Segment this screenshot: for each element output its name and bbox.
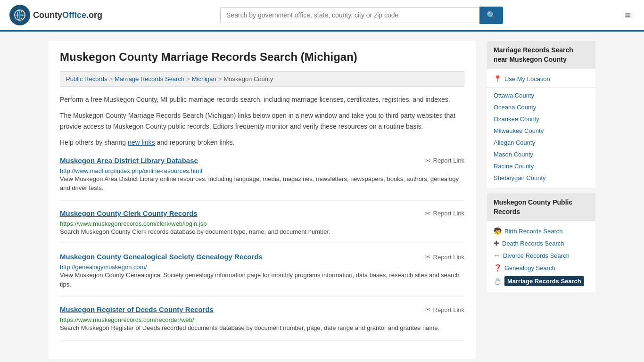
report-label: Report Link — [433, 306, 464, 313]
report-label: Report Link — [433, 210, 464, 217]
search-button[interactable]: 🔍 — [479, 7, 503, 24]
sidebar-public-records-section: Muskegon County Public Records 🧒Birth Re… — [487, 193, 595, 292]
record-url[interactable]: https://www.muskegonrecords.com/recorder… — [60, 316, 194, 323]
record-title[interactable]: Muskegon Area District Library Database — [60, 156, 198, 165]
breadcrumb-sep-2: > — [186, 75, 190, 82]
header: CountyOffice.org 🔍 ≡ — [0, 0, 644, 32]
record-title[interactable]: Muskegon County Genealogical Society Gen… — [60, 253, 263, 261]
record-url[interactable]: https://www.muskegonrecords.com/clerk/we… — [60, 220, 206, 227]
public-record-icon: ❓ — [494, 264, 502, 272]
record-item: Muskegon County Clerk County Records ✂ R… — [60, 209, 464, 245]
public-record-icon: 🧒 — [494, 227, 502, 235]
nearby-county-item[interactable]: Oceana County — [487, 101, 595, 113]
new-links-link[interactable]: new links — [128, 139, 155, 146]
nearby-county-link[interactable]: Sheboygan County — [494, 174, 546, 181]
report-link[interactable]: ✂ Report Link — [425, 253, 464, 261]
record-title[interactable]: Muskegon County Clerk County Records — [60, 209, 198, 217]
nearby-county-link[interactable]: Milwaukee County — [494, 127, 544, 134]
sidebar-public-records-list: 🧒Birth Records Search✚Death Records Sear… — [487, 221, 595, 292]
nearby-county-item[interactable]: Milwaukee County — [487, 125, 595, 137]
nearby-county-item[interactable]: Ottawa County — [487, 90, 595, 101]
sidebar: Marriage Records Search near Muskegon Co… — [487, 41, 595, 359]
nearby-county-item[interactable]: Allegan County — [487, 137, 595, 148]
use-location-link[interactable]: Use My Location — [504, 75, 550, 82]
nearby-county-item[interactable]: Ozaukee County — [487, 113, 595, 125]
logo-area: CountyOffice.org — [9, 5, 102, 25]
breadcrumb: Public Records > Marriage Records Search… — [60, 71, 464, 87]
use-location-item[interactable]: 📍Use My Location — [487, 73, 595, 88]
content-area: Muskegon County Marriage Records Search … — [49, 41, 476, 359]
record-item: Muskegon Area District Library Database … — [60, 156, 464, 201]
report-icon: ✂ — [425, 209, 431, 218]
nearby-county-link[interactable]: Oceana County — [494, 104, 536, 111]
nearby-county-link[interactable]: Racine County — [494, 163, 534, 170]
logo-text: CountyOffice.org — [33, 10, 102, 20]
sidebar-public-records-title: Muskegon County Public Records — [487, 193, 595, 221]
report-label: Report Link — [433, 157, 464, 164]
sidebar-nearby-list: 📍Use My LocationOttawa CountyOceana Coun… — [487, 69, 595, 188]
public-record-icon: ✚ — [494, 239, 499, 247]
record-description: Search Muskegon County Clerk records dat… — [60, 227, 464, 237]
public-record-link[interactable]: Marriage Records Search — [504, 276, 584, 286]
record-url[interactable]: http://genealogymuskegon.com/ — [60, 263, 147, 271]
nearby-county-item[interactable]: Racine County — [487, 160, 595, 172]
breadcrumb-sep-1: > — [109, 75, 113, 82]
description-para3: Help others by sharing new links and rep… — [60, 137, 464, 148]
public-record-item[interactable]: ❓Genealogy Search — [487, 262, 595, 274]
report-icon: ✂ — [425, 253, 431, 261]
nearby-county-link[interactable]: Mason County — [494, 151, 533, 158]
public-record-icon: 💍 — [494, 278, 502, 285]
report-icon: ✂ — [425, 156, 431, 165]
public-record-item[interactable]: ✚Death Records Search — [487, 237, 595, 249]
nearby-county-link[interactable]: Ottawa County — [494, 92, 534, 99]
record-title[interactable]: Muskegon Register of Deeds County Record… — [60, 305, 214, 313]
svg-point-5 — [18, 14, 21, 16]
public-record-item[interactable]: 🧒Birth Records Search — [487, 225, 595, 237]
menu-icon: ≡ — [625, 9, 631, 21]
location-pin-icon: 📍 — [494, 75, 502, 82]
sidebar-nearby-section: Marriage Records Search near Muskegon Co… — [487, 41, 595, 188]
menu-button[interactable]: ≡ — [621, 7, 635, 23]
search-area: 🔍 — [220, 7, 503, 24]
record-url[interactable]: http://www.madl.org/index.php/online-res… — [60, 167, 202, 174]
public-record-link[interactable]: Genealogy Search — [504, 264, 555, 272]
public-record-link[interactable]: Death Records Search — [502, 240, 564, 247]
description-para2: The Muskegon County Marriage Records Sea… — [60, 110, 464, 132]
nearby-county-item[interactable]: Mason County — [487, 148, 595, 160]
record-description: View Muskegon County Genealogical Societ… — [60, 271, 464, 289]
report-icon: ✂ — [425, 305, 431, 314]
search-icon: 🔍 — [487, 11, 496, 19]
search-input[interactable] — [220, 7, 479, 23]
nearby-county-link[interactable]: Ozaukee County — [494, 115, 539, 123]
breadcrumb-sep-3: > — [218, 75, 222, 82]
records-list: Muskegon Area District Library Database … — [60, 156, 464, 341]
record-description: View Muskegon Area District Library onli… — [60, 174, 464, 193]
record-item: Muskegon County Genealogical Society Gen… — [60, 253, 464, 297]
public-record-link[interactable]: Divorce Records Search — [503, 252, 570, 259]
report-link[interactable]: ✂ Report Link — [425, 156, 464, 165]
main-container: Muskegon County Marriage Records Search … — [39, 32, 605, 362]
nearby-county-item[interactable]: Sheboygan County — [487, 172, 595, 184]
breadcrumb-link-public-records[interactable]: Public Records — [66, 75, 107, 82]
report-label: Report Link — [433, 254, 464, 261]
report-link[interactable]: ✂ Report Link — [425, 209, 464, 218]
description-para1: Perform a free Muskegon County, MI publi… — [60, 94, 464, 105]
public-record-item[interactable]: 💍Marriage Records Search — [487, 274, 595, 288]
breadcrumb-link-marriage[interactable]: Marriage Records Search — [115, 75, 184, 82]
record-item: Muskegon Register of Deeds County Record… — [60, 305, 464, 341]
logo-icon — [9, 5, 30, 25]
public-record-link[interactable]: Birth Records Search — [504, 228, 563, 235]
breadcrumb-current: Muskegon County — [223, 75, 273, 82]
record-description: Search Muskegon Register of Deeds record… — [60, 323, 464, 333]
nearby-county-link[interactable]: Allegan County — [494, 139, 535, 146]
report-link[interactable]: ✂ Report Link — [425, 305, 464, 314]
sidebar-nearby-title: Marriage Records Search near Muskegon Co… — [487, 41, 595, 69]
page-title: Muskegon County Marriage Records Search … — [60, 50, 464, 64]
breadcrumb-link-michigan[interactable]: Michigan — [192, 75, 216, 82]
public-record-icon: ↔ — [494, 252, 500, 259]
public-record-item[interactable]: ↔Divorce Records Search — [487, 249, 595, 262]
